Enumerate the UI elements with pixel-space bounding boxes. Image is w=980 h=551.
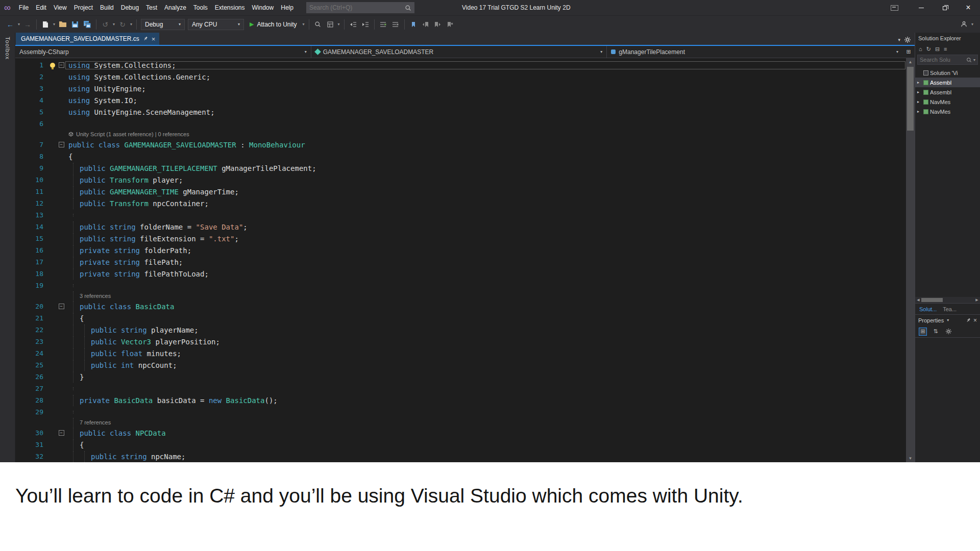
tree-item-project[interactable]: ▸Assembl: [915, 87, 980, 97]
editor-vertical-scrollbar[interactable]: ▲ ▼: [906, 58, 915, 462]
comment-out-icon[interactable]: [377, 18, 389, 31]
expand-arrow-icon[interactable]: ▸: [917, 90, 922, 94]
properties-header[interactable]: Properties ▾ ×: [915, 314, 980, 325]
display-selector-icon[interactable]: [324, 18, 336, 31]
alphabetical-sort-icon[interactable]: ⇅: [932, 328, 940, 336]
editor-column: GAMEMANAGER_SAVELOADMASTER.cs × ▾ Assemb…: [15, 33, 915, 462]
navigate-back-caret[interactable]: ▾: [16, 22, 21, 27]
menu-debug[interactable]: Debug: [117, 0, 142, 15]
pin-icon[interactable]: [966, 318, 971, 323]
scrollbar-thumb[interactable]: [921, 298, 943, 302]
tree-item-project[interactable]: ▸NavMes: [915, 97, 980, 107]
clear-bookmarks-icon[interactable]: [444, 18, 456, 31]
menu-extensions[interactable]: Extensions: [211, 0, 249, 15]
solution-search-input[interactable]: [920, 57, 965, 63]
close-tab-icon[interactable]: ×: [152, 36, 156, 42]
quick-search-input[interactable]: [309, 4, 405, 11]
feedback-icon[interactable]: [891, 5, 898, 11]
configuration-dropdown[interactable]: Debug ▾: [141, 19, 185, 30]
menu-file[interactable]: File: [15, 0, 32, 15]
find-in-files-icon[interactable]: [312, 18, 324, 31]
project-dropdown[interactable]: Assembly-CSharp ▾: [15, 46, 311, 58]
redo-icon[interactable]: ↻: [116, 18, 129, 31]
scroll-up-icon[interactable]: ▲: [906, 58, 915, 66]
menu-test[interactable]: Test: [142, 0, 161, 15]
menu-tools[interactable]: Tools: [190, 0, 211, 15]
attach-to-unity-caret[interactable]: ▾: [301, 22, 306, 27]
panel-tab-solution-explorer[interactable]: Solut...: [917, 306, 939, 312]
menu-build[interactable]: Build: [96, 0, 117, 15]
undo-icon[interactable]: ↺: [99, 18, 111, 31]
display-selector-caret[interactable]: ▾: [336, 22, 341, 27]
codelens-label[interactable]: 3 references: [80, 293, 111, 299]
undo-caret[interactable]: ▾: [111, 22, 116, 27]
live-share-icon[interactable]: [958, 18, 970, 31]
codelens-label[interactable]: 7 references: [80, 419, 111, 425]
collapse-all-icon[interactable]: ⊟: [935, 46, 940, 53]
new-file-icon[interactable]: [39, 18, 52, 31]
menu-edit[interactable]: Edit: [32, 0, 50, 15]
member-dropdown[interactable]: gManagerTilePlacement ▾: [607, 46, 902, 58]
collapse-toggle-icon[interactable]: −: [59, 142, 64, 147]
menu-view[interactable]: View: [50, 0, 70, 15]
previous-bookmark-icon[interactable]: [420, 18, 432, 31]
restore-button[interactable]: [933, 0, 957, 15]
pin-icon[interactable]: [143, 36, 148, 41]
expand-arrow-icon[interactable]: ▸: [917, 80, 922, 85]
menu-analyze[interactable]: Analyze: [161, 0, 190, 15]
editor-options-gear-icon[interactable]: [904, 37, 911, 43]
categorized-icon[interactable]: ⊞: [919, 328, 927, 336]
scrollbar-thumb[interactable]: [907, 67, 914, 131]
save-all-icon[interactable]: [81, 18, 93, 31]
menu-window[interactable]: Window: [249, 0, 278, 15]
open-file-icon[interactable]: [57, 18, 69, 31]
increase-indent-icon[interactable]: [359, 18, 372, 31]
scroll-left-icon[interactable]: ◀: [915, 298, 921, 302]
live-share-caret[interactable]: ▾: [970, 22, 975, 27]
show-all-files-icon[interactable]: ≡: [944, 46, 947, 52]
platform-dropdown[interactable]: Any CPU ▾: [188, 19, 244, 30]
decrease-indent-icon[interactable]: [347, 18, 359, 31]
uncomment-icon[interactable]: [389, 18, 402, 31]
indent-guide: [73, 291, 74, 300]
tab-gamemanager-saveloadmaster[interactable]: GAMEMANAGER_SAVELOADMASTER.cs ×: [16, 33, 159, 45]
expand-arrow-icon[interactable]: ▸: [917, 99, 922, 104]
tree-item-project[interactable]: ▸Assembl: [915, 78, 980, 87]
tree-item-solution[interactable]: Solution 'Vi: [915, 68, 980, 78]
lightbulb-icon[interactable]: [50, 63, 55, 68]
panel-horizontal-scrollbar[interactable]: ◀ ▶: [915, 297, 980, 303]
next-bookmark-icon[interactable]: [432, 18, 444, 31]
scroll-down-icon[interactable]: ▼: [906, 455, 915, 462]
code-editor[interactable]: 1−using System.Collections;2using System…: [15, 58, 915, 462]
split-window-icon[interactable]: ⊞: [902, 46, 915, 58]
refresh-icon[interactable]: ↻: [926, 46, 931, 53]
solution-search-box[interactable]: ▾: [917, 55, 978, 65]
type-dropdown[interactable]: GAMEMANAGER_SAVELOADMASTER ▾: [311, 46, 607, 58]
document-list-caret[interactable]: ▾: [898, 37, 900, 42]
home-icon[interactable]: ⌂: [919, 46, 922, 52]
collapse-toggle-icon[interactable]: −: [59, 62, 64, 68]
minimize-button[interactable]: [910, 0, 933, 15]
collapse-toggle-icon[interactable]: −: [59, 304, 64, 309]
close-button[interactable]: ×: [957, 0, 980, 15]
menu-help[interactable]: Help: [277, 0, 297, 15]
redo-caret[interactable]: ▾: [129, 22, 134, 27]
toggle-bookmark-icon[interactable]: [407, 18, 420, 31]
scroll-right-icon[interactable]: ▶: [974, 298, 980, 302]
tree-item-project[interactable]: ▸NavMes: [915, 107, 980, 116]
expand-arrow-icon[interactable]: ▸: [917, 109, 922, 114]
save-icon[interactable]: [69, 18, 81, 31]
new-file-caret[interactable]: ▾: [52, 22, 57, 27]
panel-tab-team-explorer[interactable]: Tea...: [941, 306, 959, 312]
quick-search-box[interactable]: [306, 2, 414, 13]
codelens-label[interactable]: Unity Script (1 asset reference) | 0 ref…: [76, 131, 189, 137]
property-pages-icon[interactable]: [944, 328, 952, 336]
toolbox-tab[interactable]: Toolbox: [5, 37, 11, 60]
collapse-toggle-icon[interactable]: −: [59, 430, 64, 436]
search-options-caret[interactable]: ▾: [973, 58, 975, 62]
navigate-forward-icon[interactable]: →: [21, 18, 34, 31]
close-icon[interactable]: ×: [973, 317, 977, 324]
navigate-back-icon[interactable]: ←: [4, 18, 16, 31]
attach-to-unity-button[interactable]: ▶ Attach to Unity: [246, 19, 301, 30]
menu-project[interactable]: Project: [70, 0, 96, 15]
